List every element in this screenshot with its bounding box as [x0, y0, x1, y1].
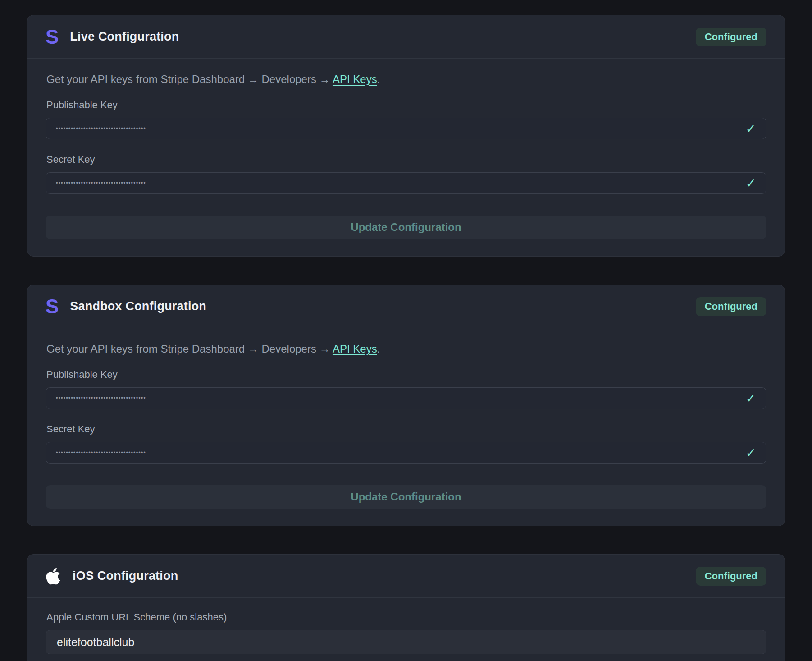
secret-key-label: Secret Key: [46, 154, 766, 165]
stripe-s-icon: S: [46, 297, 58, 317]
secret-key-input[interactable]: •••••••••••••••••••••••••••••••••••• ✓: [46, 442, 766, 464]
api-keys-link[interactable]: API Keys: [333, 343, 377, 355]
check-icon: ✓: [746, 445, 756, 460]
url-scheme-value: elitefootballclub: [57, 636, 134, 649]
ios-card-header: iOS Configuration Configured: [27, 555, 785, 598]
status-badge: Configured: [696, 28, 766, 46]
help-text-suffix: .: [377, 343, 380, 355]
check-icon: ✓: [746, 176, 756, 191]
api-keys-help-text: Get your API keys from Stripe Dashboard …: [46, 343, 766, 355]
api-keys-help-text: Get your API keys from Stripe Dashboard …: [46, 73, 766, 86]
secret-key-field: Secret Key •••••••••••••••••••••••••••••…: [46, 154, 766, 194]
help-text-prefix: Get your API keys from Stripe Dashboard …: [46, 343, 333, 355]
api-keys-link[interactable]: API Keys: [333, 73, 377, 85]
help-text-prefix: Get your API keys from Stripe Dashboard …: [46, 73, 333, 85]
secret-key-input[interactable]: •••••••••••••••••••••••••••••••••••• ✓: [46, 172, 766, 194]
publishable-key-label: Publishable Key: [46, 369, 766, 381]
status-badge: Configured: [696, 567, 766, 586]
live-card-title: Live Configuration: [70, 30, 179, 44]
check-icon: ✓: [746, 121, 756, 136]
apple-icon: [46, 567, 61, 586]
sandbox-configuration-card: S Sandbox Configuration Configured Get y…: [27, 285, 785, 526]
update-configuration-button[interactable]: Update Configuration: [46, 216, 766, 239]
masked-key-value: ••••••••••••••••••••••••••••••••••••: [56, 449, 146, 456]
live-configuration-card: S Live Configuration Configured Get your…: [27, 15, 785, 257]
sandbox-card-header: S Sandbox Configuration Configured: [27, 285, 785, 328]
status-badge: Configured: [696, 297, 766, 316]
ios-card-body: Apple Custom URL Scheme (no slashes) eli…: [27, 598, 785, 661]
publishable-key-field: Publishable Key ••••••••••••••••••••••••…: [46, 369, 766, 409]
masked-key-value: ••••••••••••••••••••••••••••••••••••: [56, 179, 146, 186]
secret-key-label: Secret Key: [46, 423, 766, 435]
publishable-key-field: Publishable Key ••••••••••••••••••••••••…: [46, 99, 766, 139]
update-configuration-button[interactable]: Update Configuration: [46, 485, 766, 509]
masked-key-value: ••••••••••••••••••••••••••••••••••••: [56, 125, 146, 132]
url-scheme-label: Apple Custom URL Scheme (no slashes): [46, 611, 766, 623]
ios-card-title: iOS Configuration: [73, 569, 178, 583]
help-text-suffix: .: [377, 73, 380, 85]
publishable-key-label: Publishable Key: [46, 99, 766, 111]
sandbox-card-title: Sandbox Configuration: [70, 299, 206, 313]
secret-key-field: Secret Key •••••••••••••••••••••••••••••…: [46, 423, 766, 464]
publishable-key-input[interactable]: •••••••••••••••••••••••••••••••••••• ✓: [46, 118, 766, 139]
live-card-body: Get your API keys from Stripe Dashboard …: [27, 59, 785, 256]
url-scheme-input[interactable]: elitefootballclub: [46, 630, 766, 654]
ios-configuration-card: iOS Configuration Configured Apple Custo…: [27, 554, 785, 661]
stripe-settings-page: S Live Configuration Configured Get your…: [0, 0, 812, 661]
publishable-key-input[interactable]: •••••••••••••••••••••••••••••••••••• ✓: [46, 387, 766, 409]
masked-key-value: ••••••••••••••••••••••••••••••••••••: [56, 395, 146, 401]
check-icon: ✓: [746, 391, 756, 406]
stripe-s-icon: S: [46, 27, 58, 47]
sandbox-card-body: Get your API keys from Stripe Dashboard …: [27, 328, 785, 526]
live-card-header: S Live Configuration Configured: [27, 15, 785, 59]
